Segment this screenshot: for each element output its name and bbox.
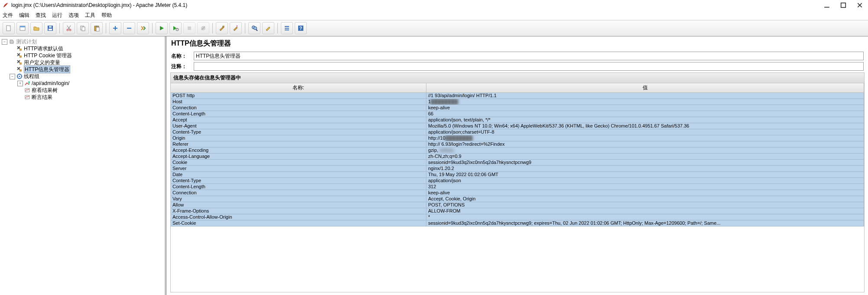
menu-tools[interactable]: 工具 bbox=[85, 12, 95, 19]
tree-label: 用户定义的变量 bbox=[24, 59, 60, 66]
tree-node-testplan[interactable]: − 测试计划 bbox=[0, 38, 165, 45]
header-value-cell[interactable]: 312 bbox=[426, 184, 864, 190]
header-name-cell[interactable]: Set-Cookie bbox=[171, 220, 426, 226]
config-icon bbox=[16, 52, 23, 59]
reset-search-icon[interactable] bbox=[262, 22, 274, 34]
start-no-timers-icon[interactable] bbox=[169, 22, 182, 34]
help-icon[interactable]: ? bbox=[295, 22, 307, 34]
header-value-cell[interactable]: gzip, deflate bbox=[426, 148, 864, 154]
comment-input[interactable] bbox=[194, 62, 864, 71]
tree-pane[interactable]: − 测试计划 HTTP请求默认值 HTTP Cookie 管理器 用户定义的变量… bbox=[0, 36, 166, 295]
headers-table[interactable]: 名称: 值 POST http//1 93/api/admin/login/ H… bbox=[170, 83, 865, 292]
header-name-cell[interactable]: Content-Type bbox=[171, 178, 426, 184]
clear-all-icon[interactable] bbox=[230, 22, 242, 34]
header-value-cell[interactable]: application/json;charset=UTF-8 bbox=[426, 129, 864, 135]
header-name-cell[interactable]: Content-Type bbox=[171, 129, 426, 135]
header-name-cell[interactable]: X-Frame-Options bbox=[171, 208, 426, 214]
tree-node-header-manager[interactable]: HTTP信息头管理器 bbox=[8, 66, 165, 73]
toggle-icon[interactable] bbox=[137, 22, 149, 34]
header-value-cell[interactable]: application/json bbox=[426, 178, 864, 184]
header-value-cell[interactable]: nginx/1.20.2 bbox=[426, 166, 864, 172]
name-input[interactable] bbox=[194, 52, 864, 60]
header-value-cell[interactable]: Mozilla/5.0 (Windows NT 10.0; Win64; x64… bbox=[426, 123, 864, 129]
header-name-cell[interactable]: User-Agent bbox=[171, 123, 426, 129]
header-name-cell[interactable]: Connection bbox=[171, 190, 426, 196]
header-value-cell[interactable]: 66 bbox=[426, 111, 864, 117]
header-value-cell[interactable]: application/json, text/plain, */* bbox=[426, 117, 864, 123]
add-icon[interactable] bbox=[109, 22, 121, 34]
header-name-cell[interactable]: Access-Control-Allow-Origin bbox=[171, 214, 426, 220]
header-value-cell[interactable]: Accept, Cookie, Origin bbox=[426, 196, 864, 202]
menu-options[interactable]: 选项 bbox=[68, 12, 79, 19]
header-name-cell[interactable]: POST http bbox=[171, 93, 426, 99]
header-name-cell[interactable]: Allow bbox=[171, 202, 426, 208]
header-value-cell[interactable]: 1████████ bbox=[426, 99, 864, 105]
header-name-cell[interactable]: Accept-Encoding bbox=[171, 148, 426, 154]
header-name-cell[interactable]: Content-Length bbox=[171, 111, 426, 117]
menu-edit[interactable]: 编辑 bbox=[19, 12, 29, 19]
menubar: 文件 编辑 查找 运行 选项 工具 帮助 bbox=[0, 10, 868, 20]
paste-icon[interactable] bbox=[91, 22, 103, 34]
tree-collapse-icon[interactable]: − bbox=[10, 74, 15, 79]
tree-node-view-results[interactable]: 察看结果树 bbox=[16, 87, 165, 94]
menu-search[interactable]: 查找 bbox=[36, 12, 46, 19]
header-name-cell[interactable]: Server bbox=[171, 166, 426, 172]
header-value-cell[interactable]: http:// 6.93/login?redirect=%2Findex bbox=[426, 141, 864, 148]
start-icon[interactable] bbox=[156, 22, 168, 34]
header-value-cell[interactable]: Thu, 19 May 2022 01:02:06 GMT bbox=[426, 172, 864, 178]
tree-node-sampler-login[interactable]: + /api/admin/login/ bbox=[16, 80, 165, 87]
function-helper-icon[interactable] bbox=[281, 22, 293, 34]
header-name-cell[interactable]: Referer bbox=[171, 141, 426, 148]
header-name-cell[interactable]: Vary bbox=[171, 196, 426, 202]
header-name-cell[interactable]: Cookie bbox=[171, 160, 426, 166]
cut-icon[interactable] bbox=[63, 22, 75, 34]
menu-run[interactable]: 运行 bbox=[52, 12, 62, 19]
remove-icon[interactable] bbox=[123, 22, 135, 34]
header-value-cell[interactable]: POST, OPTIONS bbox=[426, 202, 864, 208]
col-header-name[interactable]: 名称: bbox=[171, 83, 426, 93]
menu-help[interactable]: 帮助 bbox=[101, 12, 112, 19]
header-name-cell[interactable]: Date bbox=[171, 172, 426, 178]
form-row-name: 名称： bbox=[167, 51, 868, 61]
menu-file[interactable]: 文件 bbox=[3, 12, 13, 19]
save-icon[interactable] bbox=[44, 22, 56, 34]
templates-icon[interactable] bbox=[16, 22, 29, 34]
close-button[interactable] bbox=[857, 2, 863, 8]
header-name-cell[interactable]: Accept-Language bbox=[171, 154, 426, 160]
header-value-cell[interactable]: ALLOW-FROM bbox=[426, 208, 864, 214]
svg-rect-19 bbox=[96, 27, 99, 31]
header-value-cell[interactable]: //1 93/api/admin/login/ HTTP/1.1 bbox=[426, 93, 864, 99]
shutdown-icon[interactable] bbox=[197, 22, 209, 34]
tree-node-threadgroup[interactable]: − 线程组 bbox=[8, 73, 165, 80]
header-value-cell[interactable]: sessionid=9kud3q2ixc0nn5q2da7hkysnctpcnw… bbox=[426, 220, 864, 226]
new-file-icon[interactable] bbox=[3, 22, 15, 34]
header-value-cell[interactable]: zh-CN,zh;q=0.9 bbox=[426, 154, 864, 160]
tree-node-cookie-manager[interactable]: HTTP Cookie 管理器 bbox=[8, 52, 165, 59]
header-name-cell[interactable]: Accept bbox=[171, 117, 426, 123]
maximize-button[interactable] bbox=[840, 2, 846, 8]
header-name-cell[interactable]: Host bbox=[171, 99, 426, 105]
open-icon[interactable] bbox=[30, 22, 42, 34]
tree-node-http-defaults[interactable]: HTTP请求默认值 bbox=[8, 45, 165, 52]
header-name-cell[interactable]: Connection bbox=[171, 105, 426, 111]
header-value-cell[interactable]: sessionid=9kud3q2ixc0nn5q2da7hkysnctpcnw… bbox=[426, 160, 864, 166]
clear-icon[interactable] bbox=[216, 22, 228, 34]
header-name-cell[interactable]: Origin bbox=[171, 135, 426, 141]
stop-icon[interactable] bbox=[183, 22, 195, 34]
search-icon[interactable] bbox=[248, 22, 260, 34]
header-value-cell[interactable]: keep-alive bbox=[426, 105, 864, 111]
minimize-button[interactable] bbox=[824, 2, 830, 8]
tree-label: HTTP Cookie 管理器 bbox=[24, 52, 72, 59]
header-name-cell[interactable]: Content-Length bbox=[171, 184, 426, 190]
tree-node-user-vars[interactable]: 用户定义的变量 bbox=[8, 59, 165, 66]
tree-node-assertion-results[interactable]: 断言结果 bbox=[16, 94, 165, 101]
col-header-value[interactable]: 值 bbox=[426, 83, 864, 93]
app-icon bbox=[3, 2, 9, 8]
header-value-cell[interactable]: http://10████████ bbox=[426, 135, 864, 141]
tree-collapse-icon[interactable]: − bbox=[2, 39, 7, 45]
svg-rect-27 bbox=[188, 26, 191, 30]
header-value-cell[interactable]: keep-alive bbox=[426, 190, 864, 196]
copy-icon[interactable] bbox=[77, 22, 89, 34]
tree-expand-icon[interactable]: + bbox=[17, 81, 23, 86]
header-value-cell[interactable]: * bbox=[426, 214, 864, 220]
